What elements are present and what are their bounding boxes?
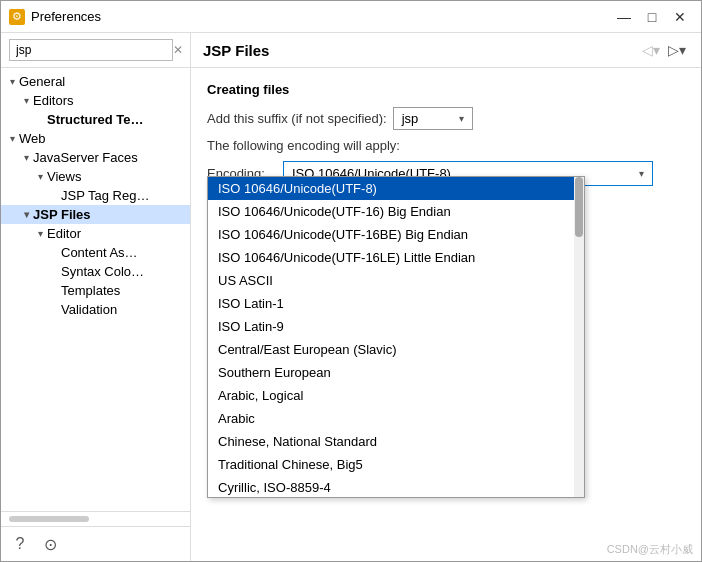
arrow-icon: ▾ [5,133,19,144]
chevron-down-icon: ▾ [639,168,644,179]
tree-item-validation[interactable]: Validation [1,300,190,319]
tree-label: Templates [61,283,120,298]
dropdown-item-cyrillic-4[interactable]: Cyrillic, ISO-8859-4 [208,476,584,497]
dropdown-item-usascii[interactable]: US ASCII [208,269,584,292]
scrollbar-thumb[interactable] [575,177,583,237]
tree-item-editors[interactable]: ▾ Editors [1,91,190,110]
arrow-icon: ▾ [33,228,47,239]
tree-item-content-as[interactable]: Content As… [1,243,190,262]
main-header: JSP Files ◁▾ ▷▾ [191,33,701,68]
tree-label: JSP Tag Reg… [61,188,149,203]
suffix-value: jsp [402,111,419,126]
arrow-icon: ▾ [33,171,47,182]
dropdown-item-southern-european[interactable]: Southern European [208,361,584,384]
tree-item-general[interactable]: ▾ General [1,72,190,91]
help-button[interactable]: ? [9,533,31,555]
arrow-icon: ▾ [5,76,19,87]
minimize-button[interactable]: — [611,6,637,28]
main-panel: JSP Files ◁▾ ▷▾ Creating files Add this … [191,33,701,561]
watermark: CSDN@云村小威 [607,542,693,557]
tree-label: Web [19,131,46,146]
page-title: JSP Files [203,42,639,59]
search-input[interactable] [9,39,173,61]
sidebar: ✕ ▾ General ▾ Editors Structured Te… [1,33,191,561]
sidebar-bottom: ? ⊙ [1,526,190,561]
dropdown-item-utf16le[interactable]: ISO 10646/Unicode(UTF-16LE) Little Endia… [208,246,584,269]
window-title: Preferences [31,9,605,24]
tree-label: Syntax Colo… [61,264,144,279]
maximize-button[interactable]: □ [639,6,665,28]
window-controls: — □ ✕ [611,6,693,28]
tree-item-syntax-color[interactable]: Syntax Colo… [1,262,190,281]
tree-item-jsf[interactable]: ▾ JavaServer Faces [1,148,190,167]
suffix-row: Add this suffix (if not specified): jsp … [207,107,685,130]
dropdown-item-utf8[interactable]: ISO 10646/Unicode(UTF-8) [208,177,584,200]
dropdown-item-utf16be[interactable]: ISO 10646/Unicode(UTF-16) Big Endian [208,200,584,223]
nav-buttons: ◁▾ ▷▾ [639,39,689,61]
tree-label: JavaServer Faces [33,150,138,165]
tree-label: Validation [61,302,117,317]
dropdown-item-chinese-national[interactable]: Chinese, National Standard [208,430,584,453]
tree-label: Editors [33,93,73,108]
dropdown-item-slavic[interactable]: Central/East European (Slavic) [208,338,584,361]
forward-button[interactable]: ▷▾ [665,39,689,61]
search-box: ✕ [1,33,190,68]
dropdown-item-latin1[interactable]: ISO Latin-1 [208,292,584,315]
dropdown-item-utf16be2[interactable]: ISO 10646/Unicode(UTF-16BE) Big Endian [208,223,584,246]
tree-label: Views [47,169,81,184]
dropdown-item-latin9[interactable]: ISO Latin-9 [208,315,584,338]
tree-item-jsp-tag-reg[interactable]: JSP Tag Reg… [1,186,190,205]
tree-item-views[interactable]: ▾ Views [1,167,190,186]
tree-label: Structured Te… [47,112,144,127]
tree-item-structured-text[interactable]: Structured Te… [1,110,190,129]
arrow-icon: ▾ [19,152,33,163]
arrow-icon: ▾ [19,209,33,220]
tree-item-jsp-files[interactable]: ▾ JSP Files [1,205,190,224]
back-button[interactable]: ◁▾ [639,39,663,61]
tree-label: Editor [47,226,81,241]
encoding-dropdown-list: ISO 10646/Unicode(UTF-8) ISO 10646/Unico… [207,176,585,498]
chevron-down-icon: ▾ [459,113,464,124]
main-content-area: ✕ ▾ General ▾ Editors Structured Te… [1,33,701,561]
arrow-icon: ▾ [19,95,33,106]
tree-item-editor[interactable]: ▾ Editor [1,224,190,243]
dropdown-item-arabic[interactable]: Arabic [208,407,584,430]
scrollbar-track [574,177,584,497]
tree-label: Content As… [61,245,138,260]
main-form: Creating files Add this suffix (if not s… [191,68,701,561]
close-button[interactable]: ✕ [667,6,693,28]
encoding-section: The following encoding will apply: Encod… [207,138,685,186]
app-icon: ⚙ [9,9,25,25]
restore-defaults-button[interactable]: ⊙ [39,533,61,555]
title-bar: ⚙ Preferences — □ ✕ [1,1,701,33]
tree-item-web[interactable]: ▾ Web [1,129,190,148]
dropdown-item-trad-chinese[interactable]: Traditional Chinese, Big5 [208,453,584,476]
creating-files-section-title: Creating files [207,82,685,97]
tree-label: General [19,74,65,89]
suffix-label: Add this suffix (if not specified): [207,111,387,126]
sidebar-tree: ▾ General ▾ Editors Structured Te… ▾ Web [1,68,190,511]
tree-item-templates[interactable]: Templates [1,281,190,300]
tree-label: JSP Files [33,207,91,222]
search-clear-button[interactable]: ✕ [173,41,183,59]
dropdown-item-arabic-logical[interactable]: Arabic, Logical [208,384,584,407]
encoding-section-label: The following encoding will apply: [207,138,685,153]
suffix-select[interactable]: jsp ▾ [393,107,473,130]
preferences-window: ⚙ Preferences — □ ✕ ✕ ▾ General ▾ [0,0,702,562]
